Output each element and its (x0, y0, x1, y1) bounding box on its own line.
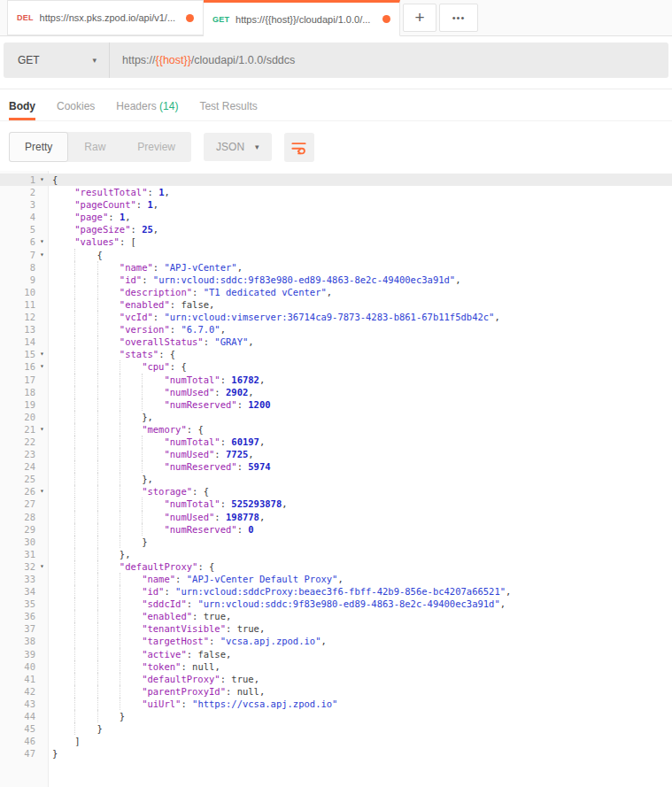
code-text: } (49, 710, 125, 722)
indent-guide (142, 386, 143, 398)
gutter-spacer (35, 386, 49, 398)
indent-guide (74, 523, 75, 536)
indent-guide (97, 473, 98, 485)
indent-guide (97, 274, 98, 286)
url-input[interactable]: https://{{host}}/cloudapi/1.0.0/sddcs (110, 42, 668, 78)
tab-label: Body (9, 100, 35, 112)
indent-guide (74, 411, 75, 423)
gutter-spacer (35, 198, 49, 211)
gutter-spacer (35, 298, 49, 311)
line-number: 37 (0, 622, 35, 635)
method-dropdown[interactable]: GET ▾ (4, 42, 110, 78)
indent-guide (97, 648, 98, 660)
gutter-spacer (35, 511, 49, 523)
indent-guide (120, 498, 120, 510)
line-number: 26 (0, 485, 35, 498)
indent-guide (97, 386, 98, 398)
language-dropdown[interactable]: JSON ▾ (204, 133, 272, 161)
gutter-spacer (35, 710, 49, 722)
code-text: ] (49, 735, 81, 747)
fold-arrow-icon[interactable]: ▾ (35, 360, 49, 373)
code-text: { (49, 249, 103, 261)
indent-guide (74, 698, 75, 710)
method-label: GET (212, 15, 229, 24)
code-line: 31 }, (0, 548, 672, 560)
indent-guide (97, 298, 98, 311)
indent-guide (142, 436, 143, 448)
indent-guide (97, 311, 98, 323)
code-line: 22 "numTotal": 60197, (0, 436, 672, 448)
url-text: /cloudapi/1.0.0/sddcs (191, 54, 295, 66)
indent-guide (74, 261, 75, 274)
indent-guide (120, 685, 120, 698)
line-number: 30 (0, 536, 35, 548)
indent-guide (97, 323, 98, 336)
request-section: GET ▾ https://{{host}}/cloudapi/1.0.0/sd… (0, 36, 672, 89)
tab-test-results[interactable]: Test Results (199, 100, 257, 120)
gutter-spacer (35, 573, 49, 585)
gutter-spacer (35, 685, 49, 698)
fold-arrow-icon[interactable]: ▾ (35, 560, 49, 573)
code-text: "vcId": "urn:vcloud:vimserver:36714ca9-7… (49, 311, 500, 323)
fold-arrow-icon[interactable]: ▾ (35, 423, 49, 436)
indent-guide (74, 274, 75, 286)
gutter-spacer (35, 747, 49, 760)
view-preview-button[interactable]: Preview (121, 132, 191, 162)
gutter-spacer (35, 523, 49, 536)
fold-arrow-icon[interactable]: ▾ (35, 249, 49, 261)
indent-guide (74, 448, 75, 460)
tab-options-button[interactable]: ••• (439, 4, 478, 32)
indent-guide (74, 635, 75, 647)
code-text: "numTotal": 525293878, (49, 498, 288, 510)
code-text: "numUsed": 198778, (49, 511, 265, 523)
indent-guide (97, 536, 98, 548)
gutter-spacer (35, 660, 49, 673)
gutter-spacer (35, 622, 49, 635)
indent-guide (120, 411, 120, 423)
view-pretty-button[interactable]: Pretty (9, 132, 68, 162)
response-body[interactable]: 1▾{2 "resultTotal": 1,3 "pageCount": 1,4… (0, 171, 672, 787)
tab-cookies[interactable]: Cookies (57, 100, 95, 120)
view-raw-button[interactable]: Raw (68, 132, 121, 162)
code-line: 38 "targetHost": "vcsa.apj.zpod.io", (0, 635, 672, 647)
indent-guide (120, 573, 120, 585)
code-line: 2 "resultTotal": 1, (0, 186, 672, 198)
tab-headers[interactable]: Headers (14) (116, 100, 178, 120)
wrap-lines-button[interactable] (284, 133, 314, 162)
line-number: 27 (0, 498, 35, 510)
line-number: 1 (0, 174, 35, 186)
code-line: 11 "enabled": false, (0, 298, 672, 311)
indent-guide (97, 560, 98, 573)
line-number: 8 (0, 261, 35, 274)
code-line: 36 "enabled": true, (0, 610, 672, 622)
line-number: 9 (0, 274, 35, 286)
new-tab-button[interactable]: + (403, 4, 436, 32)
indent-guide (74, 298, 75, 311)
code-line: 17 "numTotal": 16782, (0, 374, 672, 386)
indent-guide (120, 473, 120, 485)
indent-guide (142, 523, 143, 536)
fold-arrow-icon[interactable]: ▾ (35, 348, 49, 360)
indent-guide (120, 360, 120, 373)
indent-guide (97, 423, 98, 436)
tab-body[interactable]: Body (9, 100, 35, 120)
request-tab-delete[interactable]: DEL https://nsx.pks.zpod.io/api/v1/... (7, 0, 204, 35)
line-number: 22 (0, 436, 35, 448)
indent-guide (97, 436, 98, 448)
indent-guide (97, 498, 98, 510)
code-text: "name": "APJ-vCenter", (49, 261, 243, 274)
gutter-spacer (35, 411, 49, 423)
code-text: "numTotal": 60197, (49, 436, 265, 448)
code-line: 8 "name": "APJ-vCenter", (0, 261, 672, 274)
indent-guide (97, 398, 98, 411)
indent-guide (74, 360, 75, 373)
indent-guide (97, 548, 98, 560)
indent-guide (74, 473, 75, 485)
request-tab-get[interactable]: GET https://{{host}}/cloudapi/1.0.0/... (204, 0, 400, 36)
indent-guide (97, 374, 98, 386)
code-line: 16▾ "cpu": { (0, 360, 672, 373)
fold-arrow-icon[interactable]: ▾ (35, 174, 49, 186)
fold-arrow-icon[interactable]: ▾ (35, 485, 49, 498)
fold-arrow-icon[interactable]: ▾ (35, 235, 49, 248)
indent-guide (120, 398, 120, 411)
